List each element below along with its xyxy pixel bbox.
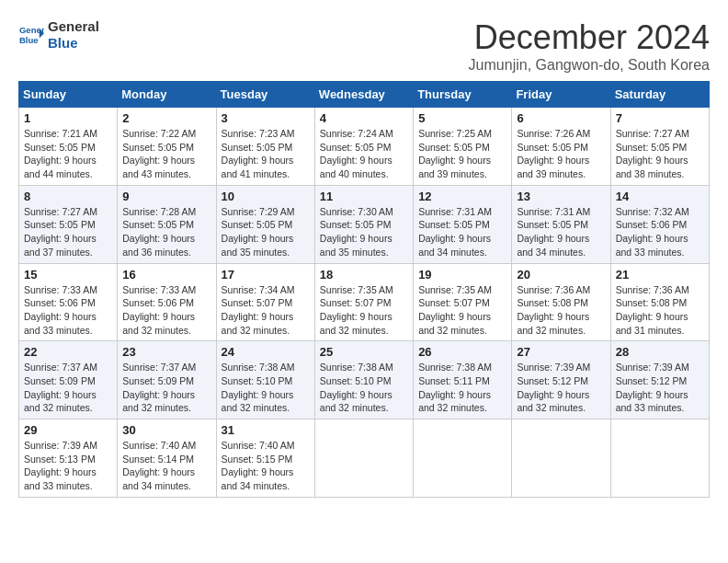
day-number: 31 bbox=[222, 423, 310, 437]
day-number: 2 bbox=[122, 111, 210, 125]
calendar-cell: 23Sunrise: 7:37 AMSunset: 5:09 PMDayligh… bbox=[118, 341, 216, 419]
day-number: 8 bbox=[24, 190, 112, 203]
day-number: 29 bbox=[24, 423, 112, 437]
logo-icon: General Blue bbox=[18, 22, 44, 48]
day-number: 30 bbox=[122, 423, 210, 437]
calendar-cell: 13Sunrise: 7:31 AMSunset: 5:05 PMDayligh… bbox=[512, 185, 610, 263]
calendar-cell: 30Sunrise: 7:40 AMSunset: 5:14 PMDayligh… bbox=[118, 419, 216, 498]
calendar-cell: 8Sunrise: 7:27 AMSunset: 5:05 PMDaylight… bbox=[19, 185, 118, 263]
day-number: 26 bbox=[418, 345, 506, 359]
day-detail: Sunrise: 7:40 AMSunset: 5:15 PMDaylight:… bbox=[222, 439, 310, 493]
calendar-cell: 19Sunrise: 7:35 AMSunset: 5:07 PMDayligh… bbox=[414, 263, 512, 341]
logo: General Blue General Blue bbox=[18, 18, 99, 52]
calendar-cell: 7Sunrise: 7:27 AMSunset: 5:05 PMDaylight… bbox=[610, 108, 709, 186]
calendar-cell: 11Sunrise: 7:30 AMSunset: 5:05 PMDayligh… bbox=[314, 185, 413, 263]
day-detail: Sunrise: 7:30 AMSunset: 5:05 PMDaylight:… bbox=[320, 205, 408, 259]
calendar-cell: 18Sunrise: 7:35 AMSunset: 5:07 PMDayligh… bbox=[314, 263, 413, 341]
day-number: 24 bbox=[222, 345, 310, 359]
logo-blue: Blue bbox=[48, 35, 99, 52]
calendar-cell: 4Sunrise: 7:24 AMSunset: 5:05 PMDaylight… bbox=[314, 108, 413, 186]
day-detail: Sunrise: 7:39 AMSunset: 5:12 PMDaylight:… bbox=[616, 361, 704, 415]
day-header: Sunday bbox=[19, 82, 118, 108]
day-number: 14 bbox=[616, 190, 704, 203]
day-number: 5 bbox=[418, 111, 506, 125]
calendar-body: 1Sunrise: 7:21 AMSunset: 5:05 PMDaylight… bbox=[19, 108, 710, 498]
calendar-cell: 24Sunrise: 7:38 AMSunset: 5:10 PMDayligh… bbox=[216, 341, 314, 419]
calendar-week-row: 8Sunrise: 7:27 AMSunset: 5:05 PMDaylight… bbox=[19, 185, 710, 263]
calendar-cell: 20Sunrise: 7:36 AMSunset: 5:08 PMDayligh… bbox=[512, 263, 610, 341]
calendar-header-row: SundayMondayTuesdayWednesdayThursdayFrid… bbox=[19, 82, 710, 108]
day-number: 20 bbox=[517, 268, 605, 282]
day-detail: Sunrise: 7:33 AMSunset: 5:06 PMDaylight:… bbox=[122, 283, 210, 338]
day-number: 12 bbox=[418, 190, 506, 203]
calendar-cell bbox=[314, 419, 413, 498]
day-number: 23 bbox=[122, 345, 210, 359]
day-detail: Sunrise: 7:23 AMSunset: 5:05 PMDaylight:… bbox=[222, 127, 310, 181]
day-header: Monday bbox=[118, 82, 216, 108]
calendar-cell: 25Sunrise: 7:38 AMSunset: 5:10 PMDayligh… bbox=[314, 341, 413, 419]
day-number: 13 bbox=[517, 190, 605, 203]
page-container: General Blue General Blue December 2024 … bbox=[18, 18, 710, 498]
month-title: December 2024 bbox=[469, 18, 710, 57]
day-number: 3 bbox=[222, 111, 310, 125]
day-detail: Sunrise: 7:36 AMSunset: 5:08 PMDaylight:… bbox=[517, 283, 605, 338]
calendar-cell: 12Sunrise: 7:31 AMSunset: 5:05 PMDayligh… bbox=[414, 185, 512, 263]
day-detail: Sunrise: 7:37 AMSunset: 5:09 PMDaylight:… bbox=[24, 361, 112, 415]
day-detail: Sunrise: 7:40 AMSunset: 5:14 PMDaylight:… bbox=[122, 439, 210, 493]
header: General Blue General Blue December 2024 … bbox=[18, 18, 710, 74]
day-detail: Sunrise: 7:35 AMSunset: 5:07 PMDaylight:… bbox=[418, 283, 506, 338]
day-detail: Sunrise: 7:31 AMSunset: 5:05 PMDaylight:… bbox=[418, 205, 506, 259]
day-number: 4 bbox=[320, 111, 408, 125]
day-header: Wednesday bbox=[314, 82, 413, 108]
day-detail: Sunrise: 7:36 AMSunset: 5:08 PMDaylight:… bbox=[616, 283, 704, 338]
day-detail: Sunrise: 7:34 AMSunset: 5:07 PMDaylight:… bbox=[222, 283, 310, 338]
day-detail: Sunrise: 7:21 AMSunset: 5:05 PMDaylight:… bbox=[24, 127, 112, 181]
day-number: 6 bbox=[517, 111, 605, 125]
day-number: 25 bbox=[320, 345, 408, 359]
calendar-week-row: 15Sunrise: 7:33 AMSunset: 5:06 PMDayligh… bbox=[19, 263, 710, 341]
day-detail: Sunrise: 7:39 AMSunset: 5:12 PMDaylight:… bbox=[517, 361, 605, 415]
day-number: 18 bbox=[320, 268, 408, 282]
calendar-week-row: 22Sunrise: 7:37 AMSunset: 5:09 PMDayligh… bbox=[19, 341, 710, 419]
day-header: Saturday bbox=[610, 82, 709, 108]
day-detail: Sunrise: 7:27 AMSunset: 5:05 PMDaylight:… bbox=[616, 127, 704, 181]
day-number: 28 bbox=[616, 345, 704, 359]
calendar-cell: 17Sunrise: 7:34 AMSunset: 5:07 PMDayligh… bbox=[216, 263, 314, 341]
day-number: 19 bbox=[418, 268, 506, 282]
calendar-table: SundayMondayTuesdayWednesdayThursdayFrid… bbox=[18, 81, 710, 498]
day-detail: Sunrise: 7:38 AMSunset: 5:11 PMDaylight:… bbox=[418, 361, 506, 415]
day-detail: Sunrise: 7:25 AMSunset: 5:05 PMDaylight:… bbox=[418, 127, 506, 181]
day-number: 21 bbox=[616, 268, 704, 282]
day-detail: Sunrise: 7:32 AMSunset: 5:06 PMDaylight:… bbox=[616, 205, 704, 259]
day-number: 27 bbox=[517, 345, 605, 359]
calendar-cell: 5Sunrise: 7:25 AMSunset: 5:05 PMDaylight… bbox=[414, 108, 512, 186]
calendar-cell: 1Sunrise: 7:21 AMSunset: 5:05 PMDaylight… bbox=[19, 108, 118, 186]
day-detail: Sunrise: 7:38 AMSunset: 5:10 PMDaylight:… bbox=[222, 361, 310, 415]
day-detail: Sunrise: 7:28 AMSunset: 5:05 PMDaylight:… bbox=[122, 205, 210, 259]
calendar-cell: 14Sunrise: 7:32 AMSunset: 5:06 PMDayligh… bbox=[610, 185, 709, 263]
calendar-cell: 29Sunrise: 7:39 AMSunset: 5:13 PMDayligh… bbox=[19, 419, 118, 498]
day-number: 17 bbox=[222, 268, 310, 282]
calendar-cell bbox=[414, 419, 512, 498]
calendar-cell: 3Sunrise: 7:23 AMSunset: 5:05 PMDaylight… bbox=[216, 108, 314, 186]
calendar-cell: 26Sunrise: 7:38 AMSunset: 5:11 PMDayligh… bbox=[414, 341, 512, 419]
calendar-cell: 27Sunrise: 7:39 AMSunset: 5:12 PMDayligh… bbox=[512, 341, 610, 419]
calendar-cell: 21Sunrise: 7:36 AMSunset: 5:08 PMDayligh… bbox=[610, 263, 709, 341]
day-header: Friday bbox=[512, 82, 610, 108]
calendar-cell: 9Sunrise: 7:28 AMSunset: 5:05 PMDaylight… bbox=[118, 185, 216, 263]
title-block: December 2024 Jumunjin, Gangwon-do, Sout… bbox=[469, 18, 710, 74]
day-detail: Sunrise: 7:27 AMSunset: 5:05 PMDaylight:… bbox=[24, 205, 112, 259]
logo-general: General bbox=[48, 18, 99, 35]
day-detail: Sunrise: 7:26 AMSunset: 5:05 PMDaylight:… bbox=[517, 127, 605, 181]
day-number: 10 bbox=[222, 190, 310, 203]
calendar-cell: 31Sunrise: 7:40 AMSunset: 5:15 PMDayligh… bbox=[216, 419, 314, 498]
day-detail: Sunrise: 7:35 AMSunset: 5:07 PMDaylight:… bbox=[320, 283, 408, 338]
calendar-week-row: 29Sunrise: 7:39 AMSunset: 5:13 PMDayligh… bbox=[19, 419, 710, 498]
day-number: 15 bbox=[24, 268, 112, 282]
day-detail: Sunrise: 7:29 AMSunset: 5:05 PMDaylight:… bbox=[222, 205, 310, 259]
calendar-cell: 22Sunrise: 7:37 AMSunset: 5:09 PMDayligh… bbox=[19, 341, 118, 419]
day-number: 9 bbox=[122, 190, 210, 203]
day-detail: Sunrise: 7:37 AMSunset: 5:09 PMDaylight:… bbox=[122, 361, 210, 415]
calendar-cell: 28Sunrise: 7:39 AMSunset: 5:12 PMDayligh… bbox=[610, 341, 709, 419]
day-number: 7 bbox=[616, 111, 704, 125]
